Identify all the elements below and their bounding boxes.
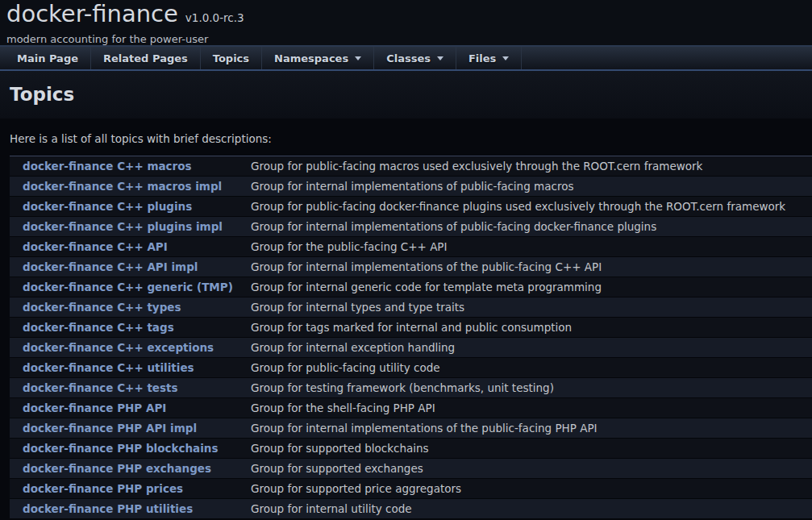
topic-entry-cell: docker-finance PHP prices [10,479,244,499]
table-row: docker-finance C++ plugins Group for pub… [10,197,812,217]
topic-link[interactable]: docker-finance C++ types [23,301,181,314]
topic-description: Group for internal utility code [244,499,812,519]
table-row: docker-finance PHP exchanges Group for s… [10,459,812,479]
topic-entry-cell: docker-finance C++ macros [10,156,244,177]
nav-tab-label: Related Pages [103,52,188,64]
table-row: docker-finance C++ plugins impl Group fo… [10,217,812,237]
nav-tab-label: Files [468,52,496,64]
page-header: Topics [0,71,812,119]
table-row: docker-finance PHP blockchains Group for… [10,439,812,459]
nav-tab-label: Namespaces [274,52,348,64]
topic-entry-cell: docker-finance PHP blockchains [10,439,244,459]
main-nav: Main Page Related Pages Topics Namespace… [0,45,812,71]
topic-link[interactable]: docker-finance PHP blockchains [23,442,219,455]
nav-tab-namespaces[interactable]: Namespaces [262,47,374,69]
topic-description: Group for internal implementations of pu… [244,217,812,237]
topic-entry-cell: docker-finance PHP exchanges [10,459,244,479]
chevron-down-icon [502,56,509,60]
topic-link[interactable]: docker-finance C++ macros [23,160,192,173]
topic-description: Group for supported exchanges [244,459,812,479]
topic-description: Group for the public-facing C++ API [244,237,812,257]
topic-description: Group for internal implementations of th… [244,418,812,439]
table-row: docker-finance C++ API impl Group for in… [10,257,812,277]
table-row: docker-finance C++ macros impl Group for… [10,177,812,197]
nav-tab-topics[interactable]: Topics [201,47,262,69]
topic-entry-cell: docker-finance PHP utilities [10,499,244,519]
topic-entry-cell: docker-finance C++ tags [10,318,244,338]
topics-intro-text: Here is a list of all topics with brief … [10,132,802,145]
topic-description: Group for internal exception handling [244,338,812,358]
nav-tab-label: Classes [386,52,431,64]
topic-description: Group for the shell-facing PHP API [244,398,812,418]
table-row: docker-finance C++ utilities Group for p… [10,358,812,378]
table-row: docker-finance PHP prices Group for supp… [10,479,812,499]
topic-link[interactable]: docker-finance C++ exceptions [23,341,214,354]
chevron-down-icon [355,56,361,60]
topic-link[interactable]: docker-finance C++ utilities [23,361,194,374]
topic-entry-cell: docker-finance C++ plugins [10,197,244,217]
topic-link[interactable]: docker-finance C++ plugins impl [23,220,223,233]
topic-entry-cell: docker-finance C++ utilities [10,358,244,378]
topic-link[interactable]: docker-finance C++ API [23,240,168,253]
topic-entry-cell: docker-finance C++ API [10,237,244,257]
topic-link[interactable]: docker-finance C++ API impl [23,260,198,273]
topic-description: Group for public-facing macros used excl… [244,156,812,177]
topic-description: Group for public-facing utility code [244,358,812,378]
table-row: docker-finance PHP API impl Group for in… [10,418,812,439]
table-row: docker-finance C++ tests Group for testi… [10,378,812,398]
topic-link[interactable]: docker-finance PHP API [23,401,166,414]
table-row: docker-finance C++ exceptions Group for … [10,338,812,358]
project-name: docker-finance [6,0,178,27]
chevron-down-icon [437,56,443,60]
title-area: docker-financev1.0.0-rc.3 modern account… [0,0,812,45]
page-title: Topics [10,84,802,105]
nav-tab-label: Main Page [17,52,78,64]
topic-entry-cell: docker-finance C++ tests [10,378,244,398]
topic-description: Group for tags marked for internal and p… [244,318,812,338]
topic-description: Group for supported price aggregators [244,479,812,499]
topic-entry-cell: docker-finance C++ exceptions [10,338,244,358]
nav-tab-label: Topics [213,52,249,64]
table-row: docker-finance C++ API Group for the pub… [10,237,812,257]
topic-description: Group for internal generic code for temp… [244,277,812,297]
nav-tab-related-pages[interactable]: Related Pages [91,47,201,69]
topic-link[interactable]: docker-finance C++ generic (TMP) [23,281,233,293]
topic-entry-cell: docker-finance PHP API impl [10,418,244,439]
contents: Here is a list of all topics with brief … [0,132,812,519]
topic-description: Group for public-facing docker-finance p… [244,197,812,217]
topic-link[interactable]: docker-finance C++ macros impl [23,180,222,193]
topic-entry-cell: docker-finance C++ macros impl [10,177,244,197]
topic-link[interactable]: docker-finance C++ plugins [23,200,192,213]
topic-description: Group for internal types and type traits [244,297,812,318]
topic-link[interactable]: docker-finance PHP exchanges [23,462,211,475]
table-row: docker-finance C++ types Group for inter… [10,297,812,318]
topic-link[interactable]: docker-finance C++ tests [23,381,178,394]
topic-link[interactable]: docker-finance PHP API impl [23,422,197,435]
topic-description: Group for testing framework (benchmarks,… [244,378,812,398]
topic-entry-cell: docker-finance C++ API impl [10,257,244,277]
topic-entry-cell: docker-finance C++ types [10,297,244,318]
table-row: docker-finance C++ tags Group for tags m… [10,318,812,338]
table-row: docker-finance PHP API Group for the she… [10,398,812,418]
topic-link[interactable]: docker-finance PHP utilities [23,502,193,515]
table-row: docker-finance C++ generic (TMP) Group f… [10,277,812,297]
topic-link[interactable]: docker-finance C++ tags [23,321,174,334]
table-row: docker-finance C++ macros Group for publ… [10,156,812,177]
topic-link[interactable]: docker-finance PHP prices [23,482,183,495]
topic-description: Group for internal implementations of pu… [244,177,812,197]
topic-entry-cell: docker-finance PHP API [10,398,244,418]
topic-description: Group for supported blockchains [244,439,812,459]
nav-tab-main-page[interactable]: Main Page [5,47,91,69]
topic-entry-cell: docker-finance C++ plugins impl [10,217,244,237]
project-version: v1.0.0-rc.3 [185,11,244,24]
nav-tab-classes[interactable]: Classes [374,47,456,69]
topic-description: Group for internal implementations of th… [244,257,812,277]
topic-entry-cell: docker-finance C++ generic (TMP) [10,277,244,297]
nav-tab-files[interactable]: Files [456,47,522,69]
table-row: docker-finance PHP utilities Group for i… [10,499,812,519]
topics-table: docker-finance C++ macros Group for publ… [10,156,812,519]
